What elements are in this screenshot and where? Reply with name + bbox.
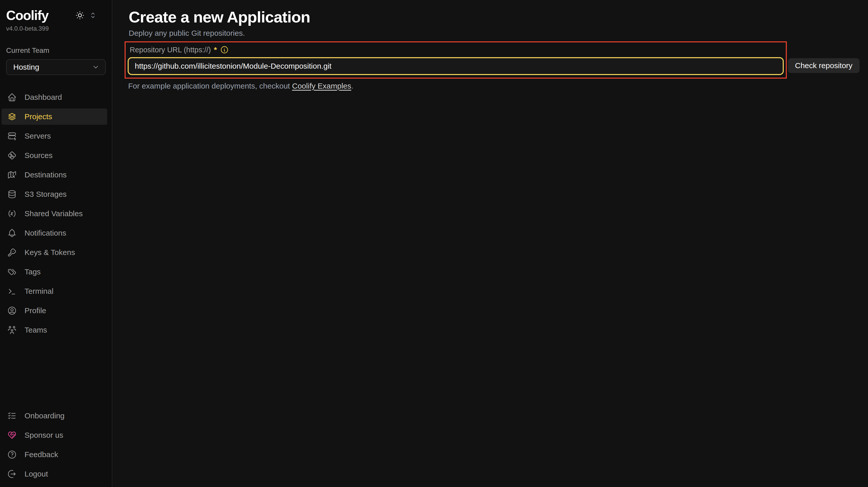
chevron-down-icon xyxy=(92,63,99,71)
sidebar: Coolify v4.0.0-beta.399 Current Team Hos… xyxy=(0,0,112,487)
team-section: Current Team Hosting xyxy=(0,32,112,75)
sidebar-item-label: Profile xyxy=(25,306,46,315)
coolify-examples-link[interactable]: Coolify Examples xyxy=(292,82,351,90)
server-bolt-icon xyxy=(7,131,17,141)
bell-icon xyxy=(7,228,17,238)
sidebar-item-projects[interactable]: Projects xyxy=(2,108,107,125)
sun-icon[interactable] xyxy=(75,10,85,20)
sidebar-item-servers[interactable]: Servers xyxy=(2,128,107,144)
repository-url-group: Repository URL (https://) * xyxy=(125,41,787,78)
app-logo[interactable]: Coolify xyxy=(6,8,49,23)
sidebar-item-s3-storages[interactable]: S3 Storages xyxy=(2,186,107,202)
sidebar-item-label: Projects xyxy=(25,112,52,121)
sidebar-item-label: Sources xyxy=(25,151,53,160)
sidebar-item-notifications[interactable]: Notifications xyxy=(2,225,107,241)
sidebar-item-label: Keys & Tokens xyxy=(25,248,75,257)
sidebar-item-label: Dashboard xyxy=(25,93,62,102)
sidebar-item-dashboard[interactable]: Dashboard xyxy=(2,89,107,105)
users-group-icon xyxy=(7,325,17,335)
check-repository-button[interactable]: Check repository xyxy=(788,58,860,73)
sidebar-item-shared-variables[interactable]: Shared Variables xyxy=(2,205,107,222)
sidebar-item-label: S3 Storages xyxy=(25,190,67,199)
variable-icon xyxy=(7,209,17,219)
sidebar-item-destinations[interactable]: Destinations xyxy=(2,167,107,183)
team-select[interactable]: Hosting xyxy=(6,59,106,75)
user-circle-icon xyxy=(7,306,17,316)
sidebar-header: Coolify v4.0.0-beta.399 xyxy=(0,0,112,32)
sidebar-item-label: Logout xyxy=(25,469,48,478)
git-diamond-icon xyxy=(7,151,17,160)
info-circle-icon[interactable] xyxy=(220,45,229,54)
logout-icon xyxy=(7,469,17,479)
app-version: v4.0.0-beta.399 xyxy=(6,25,106,32)
layers-icon xyxy=(7,112,17,122)
helper-suffix: . xyxy=(351,82,353,90)
sidebar-item-logout[interactable]: Logout xyxy=(2,466,107,482)
current-team-label: Current Team xyxy=(6,46,106,55)
repository-url-label: Repository URL (https://) xyxy=(130,46,211,54)
main-content: Create a new Application Deploy any publ… xyxy=(112,0,868,487)
page-subtitle: Deploy any public Git repositories. xyxy=(129,29,868,37)
required-asterisk: * xyxy=(214,45,217,54)
sidebar-item-tags[interactable]: Tags xyxy=(2,264,107,280)
key-icon xyxy=(7,248,17,257)
sidebar-item-sources[interactable]: Sources xyxy=(2,147,107,164)
helper-prefix: For example application deployments, che… xyxy=(128,82,292,90)
heart-handshake-icon xyxy=(7,430,17,440)
sidebar-item-label: Terminal xyxy=(25,287,53,296)
sidebar-item-keys-tokens[interactable]: Keys & Tokens xyxy=(2,244,107,261)
selector-icon[interactable] xyxy=(89,11,97,20)
sidebar-item-label: Destinations xyxy=(25,170,67,179)
sidebar-item-terminal[interactable]: Terminal xyxy=(2,283,107,299)
sidebar-item-label: Onboarding xyxy=(25,412,65,420)
sidebar-item-label: Teams xyxy=(25,326,47,334)
sidebar-item-label: Notifications xyxy=(25,229,66,237)
page-title: Create a new Application xyxy=(129,9,868,25)
sidebar-item-teams[interactable]: Teams xyxy=(2,322,107,338)
repository-url-input[interactable] xyxy=(128,57,784,75)
team-select-value: Hosting xyxy=(13,63,39,71)
home-icon xyxy=(7,92,17,102)
sidebar-item-sponsor-us[interactable]: Sponsor us xyxy=(2,427,107,443)
terminal-icon xyxy=(7,286,17,296)
sidebar-item-label: Shared Variables xyxy=(25,209,83,218)
sidebar-item-profile[interactable]: Profile xyxy=(2,302,107,319)
sidebar-item-onboarding[interactable]: Onboarding xyxy=(2,408,107,424)
sidebar-item-feedback[interactable]: Feedback xyxy=(2,447,107,463)
database-icon xyxy=(7,189,17,199)
sidebar-item-label: Tags xyxy=(25,267,40,276)
sidebar-footer-nav: Onboarding Sponsor us Feedback Logout xyxy=(0,408,112,487)
sidebar-item-label: Servers xyxy=(25,132,51,140)
repository-form-row: Repository URL (https://) * Check reposi… xyxy=(129,41,868,78)
helper-text: For example application deployments, che… xyxy=(128,82,868,90)
map-x-icon xyxy=(7,170,17,180)
checklist-icon xyxy=(7,411,17,421)
tags-icon xyxy=(7,267,17,277)
help-circle-icon xyxy=(7,450,17,459)
sidebar-item-label: Sponsor us xyxy=(25,431,63,440)
sidebar-item-label: Feedback xyxy=(25,450,58,459)
sidebar-nav: Dashboard Projects Servers Sources Desti… xyxy=(0,89,112,341)
